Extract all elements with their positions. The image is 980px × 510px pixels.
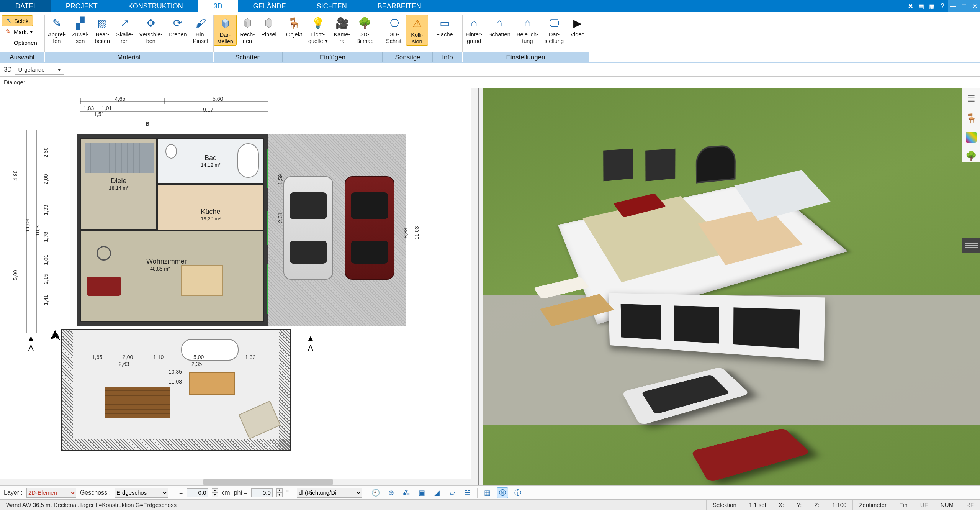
snap-object-icon[interactable]: ▣ xyxy=(416,487,427,498)
titlebar-tool-icon[interactable]: ✖ xyxy=(905,0,916,12)
titlebar-layers-icon[interactable]: ▤ xyxy=(916,0,926,12)
plants-panel-icon[interactable]: 🌳 xyxy=(965,149,978,162)
phi-spinner[interactable]: ▲▼ xyxy=(276,488,283,497)
mark-button[interactable]: ✎ Mark. ▾ xyxy=(2,27,35,37)
flaeche-button[interactable]: ▭Fläche xyxy=(433,15,456,39)
lichtquelle-button[interactable]: 💡Licht- quelle ▾ xyxy=(305,15,331,45)
titlebar-help-icon[interactable]: ? xyxy=(937,0,948,12)
menu-tab-gelaende[interactable]: GELÄNDE xyxy=(238,0,301,12)
terrain-select[interactable]: Urgelände ▾ xyxy=(15,65,64,75)
menu-tab-sichten[interactable]: SICHTEN xyxy=(301,0,362,12)
layers-panel-icon[interactable]: ☰ xyxy=(965,92,978,105)
drehen-button[interactable]: ⟳Drehen xyxy=(165,15,190,39)
mode-label: 3D xyxy=(4,66,11,73)
darstellung-button[interactable]: 🖵Dar- stellung xyxy=(542,15,567,45)
bearbeiten-button[interactable]: ▨Bear- beiten xyxy=(92,15,113,45)
schatten-settings-button[interactable]: ⌂Schatten xyxy=(486,15,514,39)
rotate-icon: ⟳ xyxy=(170,15,185,31)
dim-right-d: 8,88 xyxy=(402,228,409,238)
menu-tab-bearbeiten[interactable]: BEARBEITEN xyxy=(362,0,437,12)
geschoss-select[interactable]: Erdgeschos xyxy=(115,488,168,498)
hin-pinsel-button[interactable]: 🖌Hin. Pinsel xyxy=(190,15,211,45)
dim-g-b: 2,00 xyxy=(123,354,133,360)
view-3d[interactable]: ☰ 🪑 🌳 xyxy=(483,88,980,485)
titlebar-settings-icon[interactable]: ▦ xyxy=(926,0,937,12)
grid-icon[interactable]: ▦ xyxy=(481,487,493,498)
dim-g-d: 5,00 xyxy=(193,354,204,360)
eyedropper-icon: ✎ xyxy=(49,15,64,31)
window-3d-2 xyxy=(645,149,675,181)
snap-plane-icon[interactable]: ▱ xyxy=(447,487,458,498)
view-2d[interactable]: 4,65 5,60 9,17 1,83 1,01 1,51 4,90 11,03… xyxy=(0,88,479,485)
objekt-button[interactable]: 🪑Objekt xyxy=(283,15,305,39)
section-marker-left: ▲ A xyxy=(27,333,35,353)
dialoge-label: Dialoge: xyxy=(4,79,25,85)
optionen-button[interactable]: ＋ Optionen xyxy=(2,38,39,48)
area-icon: ▭ xyxy=(437,15,452,31)
snap-layer-icon[interactable]: ☱ xyxy=(462,487,473,498)
menu-tab-datei[interactable]: DATEI xyxy=(0,0,51,12)
l-unit: cm xyxy=(222,489,230,496)
snap-edge-icon[interactable]: ◢ xyxy=(431,487,443,498)
house-shadow-icon: ⌂ xyxy=(492,15,507,31)
workspace: 4,65 5,60 9,17 1,83 1,01 1,51 4,90 11,03… xyxy=(0,88,980,485)
status-x: X: xyxy=(772,500,790,510)
side-panel-handle[interactable] xyxy=(962,238,980,253)
layer-select[interactable]: 2D-Elemen xyxy=(26,488,76,498)
scrollbar-thumb[interactable] xyxy=(203,479,333,485)
materials-panel-icon[interactable] xyxy=(966,132,977,143)
dim-left-big: 11,03 xyxy=(25,218,31,232)
ortho-icon[interactable]: Ⓝ xyxy=(497,487,508,498)
dropdown-icon: ▾ xyxy=(30,28,33,35)
background-icon: ⌂ xyxy=(466,15,482,31)
group-label-info: Info xyxy=(433,52,462,62)
phi-input[interactable] xyxy=(251,488,273,497)
snap-multi-icon[interactable]: ⁂ xyxy=(401,487,412,498)
cube-shadow-icon xyxy=(218,16,233,31)
status-uf: UF xyxy=(914,500,934,510)
hintergrund-button[interactable]: ⌂Hinter- grund xyxy=(463,15,486,45)
abgreifen-button[interactable]: ✎Abgrei- fen xyxy=(45,15,69,45)
darstellen-button[interactable]: Dar- stellen xyxy=(214,15,237,46)
scrollbar-v-2d[interactable] xyxy=(471,88,478,479)
window-maximize[interactable]: ☐ xyxy=(959,0,969,12)
menu-tab-projekt[interactable]: PROJEKT xyxy=(51,0,113,12)
menu-tab-3d[interactable]: 3D xyxy=(198,0,238,12)
room-bad-name: Bad xyxy=(205,154,217,162)
status-message: Wand AW 36,5 m. Deckenauflager L=Konstru… xyxy=(0,500,707,510)
info-icon[interactable]: ⓘ xyxy=(512,487,524,498)
selekt-button[interactable]: ↖ Selekt xyxy=(2,15,33,26)
3d-bitmap-button[interactable]: 🌳3D- Bitmap xyxy=(353,15,376,45)
kamera-button[interactable]: 🎥Kame- ra xyxy=(331,15,353,45)
video-button[interactable]: ▶Video xyxy=(567,15,588,39)
geschoss-label: Geschoss : xyxy=(80,489,111,496)
dim-g-a: 1,65 xyxy=(92,354,102,360)
status-sel: 1:1 sel xyxy=(743,500,772,510)
furniture-panel-icon[interactable]: 🪑 xyxy=(965,112,978,125)
beleuchtung-button[interactable]: ⌂Beleuch- tung xyxy=(514,15,542,45)
snap-point-icon[interactable]: ⊕ xyxy=(385,487,397,498)
kollision-button[interactable]: ⚠Kolli- sion xyxy=(406,15,428,46)
window-close[interactable]: ✕ xyxy=(969,0,980,12)
dim-left-h: 4,90 xyxy=(12,170,18,180)
scrollbar-h-2d[interactable] xyxy=(0,479,478,485)
skalieren-button[interactable]: ⤢Skalie- ren xyxy=(113,15,136,45)
3d-schnitt-button[interactable]: ⎔3D- Schnitt xyxy=(383,15,406,45)
clock-icon[interactable]: 🕘 xyxy=(370,487,381,498)
view3d-side-tools: ☰ 🪑 🌳 xyxy=(962,88,980,162)
pinsel-button[interactable]: Pinsel xyxy=(258,15,280,39)
status-unit: Zentimeter xyxy=(853,500,893,510)
window-minimize[interactable]: — xyxy=(948,0,959,12)
zuweisen-button[interactable]: ▞Zuwei- sen xyxy=(69,15,92,45)
l-spinner[interactable]: ▲▼ xyxy=(212,488,218,497)
rechnen-button[interactable]: Rech- nen xyxy=(237,15,258,45)
room-wohnzimmer: Wohnzimmer 48,85 m² xyxy=(80,230,264,322)
richtung-select[interactable]: dl (Richtung/Di xyxy=(297,488,362,498)
menu-tab-konstruktion[interactable]: KONSTRUKTION xyxy=(113,0,198,12)
view-splitter[interactable] xyxy=(479,88,483,485)
l-input[interactable] xyxy=(187,488,208,497)
sofa-icon xyxy=(87,277,121,296)
dim-left-3: 1,01 xyxy=(43,254,49,265)
cube-brush-icon xyxy=(261,15,276,31)
verschieben-button[interactable]: ✥Verschie- ben xyxy=(136,15,165,45)
